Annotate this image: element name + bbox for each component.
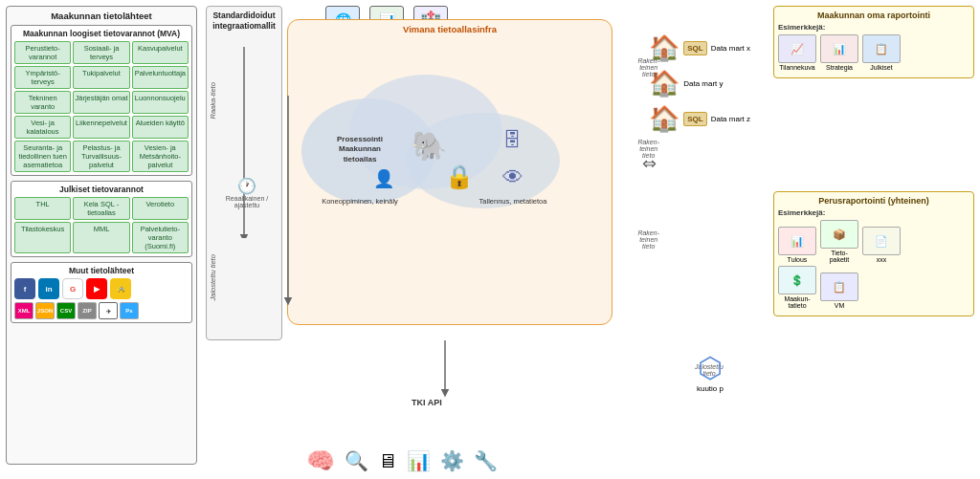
ml-label: Koneoppiminen, keinäly <box>307 197 412 206</box>
tietopaketit-icon: 📦 <box>820 220 858 249</box>
house-z-icon: 🏠 <box>649 104 679 134</box>
julkiset-cell-1: THL <box>14 197 71 220</box>
rakenteinen-tieto-1: Raken-teinentieto <box>637 57 659 77</box>
tki-arrow <box>435 340 455 398</box>
mva-grid: Perus­tieto­varannot Sosiaali- ja tervey… <box>14 41 189 172</box>
data-mart-z: 🏠 SQL Data mart z <box>649 104 750 134</box>
data-mart-y: 🏠 Data mart y <box>649 69 750 98</box>
mva-box: Maakunnan loogiset tietovarannot (MVA) P… <box>11 25 192 176</box>
tietopaketit-item: 📦 Tieto-paketit <box>820 220 858 263</box>
svg-text:👤: 👤 <box>373 168 395 189</box>
data-mart-y-label: Data mart y <box>683 79 723 88</box>
processing-label: ProsessointiMaakunnantietoallas <box>317 135 403 164</box>
strategia-icon: 📊 <box>820 34 858 63</box>
tools-icon: 🔧 <box>474 449 498 472</box>
left-arrows <box>282 96 294 306</box>
kuutio-box: ⬡ kuutio p <box>697 351 724 393</box>
main-container: Maakunnan tietolähteet Maakunnan loogise… <box>0 0 980 479</box>
vimana-title: Vimana tietoallasinfra <box>292 24 608 34</box>
mva-cell-3: Kasvu­palvelut <box>132 41 189 64</box>
mva-title: Maakunnan loogiset tietovarannot (MVA) <box>14 29 189 38</box>
muut-box: Muut tietolähteet f in G ▶ 🚕 XML JSON CS… <box>11 262 192 323</box>
julkiset-icon: 📋 <box>862 34 901 63</box>
tietopaketit-label: Tieto-paketit <box>830 250 850 263</box>
rakenteinen-tieto-2: Raken-teinentieto <box>637 139 659 159</box>
rp-bottom-icons-row2: 💲 Maakun-tatieto 📋 VM <box>778 266 969 309</box>
standards-arrows <box>234 47 254 238</box>
xxx-icon: 📄 <box>862 227 901 255</box>
mva-cell-1: Perus­tieto­varannot <box>14 41 71 64</box>
strategia-item: 📊 Strategia <box>820 34 858 71</box>
julkiset-cell-6: Palvelu­tieto­varanto (Suomi.fi) <box>132 222 189 253</box>
right-panel-bottom: Perusraportointi (yhteinen) Esimerkkejä:… <box>773 191 974 316</box>
mva-cell-7: Tekninen varanto <box>14 91 71 114</box>
tilannekuva-label: Tilannekuva <box>779 64 815 71</box>
muut-title: Muut tietolähteet <box>14 266 189 275</box>
mva-cell-12: Alueiden käyttö <box>132 116 189 139</box>
julkiset-box: Julkiset tietovarannot THL Kela SQL - ti… <box>11 181 192 257</box>
julkiset-grid: THL Kela SQL - tietoallas Verotieto Tila… <box>14 197 189 253</box>
mva-cell-5: Tuki­palvelut <box>73 66 129 89</box>
cube-icon: ⬡ <box>698 351 723 384</box>
mva-cell-9: Luonnon­suojelu <box>132 91 189 114</box>
rakenteinen-tieto-3: Raken-teinentieto <box>637 229 659 250</box>
mva-cell-6: Palvelun­tuottaja <box>132 66 189 89</box>
facebook-icon: f <box>14 278 35 299</box>
rp-bottom-subtitle: Esimerkkejä: <box>778 208 969 217</box>
strategia-label: Strategia <box>826 64 853 71</box>
head-icon: 🧠 <box>306 447 335 474</box>
realtime-label: Reaali­kainen /ajastettu <box>209 195 285 208</box>
left-panel: Maakunnan tietolähteet Maakunnan loogise… <box>6 6 197 465</box>
clock-icon: 🕐 <box>209 177 285 195</box>
tulous-item: 📊 Tulous <box>778 227 816 263</box>
social-row: f in G ▶ 🚕 <box>14 278 189 299</box>
svg-text:🐘: 🐘 <box>412 129 448 163</box>
standards-title: Standardi­doidut integraatio­mallit <box>209 11 279 32</box>
standards-box: Standardi­doidut integraatio­mallit <box>206 6 282 340</box>
right-panel-top: Maakunnan oma raportointi Esimerkkejä: 📈… <box>773 6 974 78</box>
julkiset-cell-4: Tilasto­keskus <box>14 222 71 253</box>
json-icon: JSON <box>35 302 55 319</box>
realtime-section: 🕐 Reaali­kainen /ajastettu <box>209 177 285 208</box>
mva-cell-10: Vesi- ja kalatalous <box>14 116 71 139</box>
data-mart-x: 🏠 SQL Data mart x <box>649 33 750 63</box>
tki-api-label: TKI API <box>412 398 442 407</box>
analytics-icon: 📊 <box>407 449 431 472</box>
mva-cell-14: Pelastus- ja Turvallisuus­palvelut <box>73 141 129 172</box>
jalostettu-tieto-label: Jalostettu tieto <box>209 254 217 300</box>
mva-cell-13: Seuranta- ja tiedollinen tuen asema­tiet… <box>14 141 71 172</box>
google-icon: G <box>62 278 83 299</box>
rp-bottom-icons-row1: 📊 Tulous 📦 Tieto-paketit 📄 xxx <box>778 220 969 263</box>
ps-icon: Ps <box>120 302 139 319</box>
tulous-icon: 📊 <box>778 227 816 255</box>
xxx-item: 📄 xxx <box>862 227 901 263</box>
linkedin-icon: in <box>38 278 59 299</box>
gear-icon: ⚙️ <box>440 449 464 472</box>
julkiset-cell-5: MML <box>73 222 129 253</box>
youtube-icon: ▶ <box>86 278 107 299</box>
tilannekuva-item: 📈 Tilannekuva <box>778 34 816 71</box>
server-icon: 🖥 <box>378 450 397 472</box>
magnify-icon: 🔍 <box>345 449 368 472</box>
maakuntatieto-item: 💲 Maakun-tatieto <box>778 266 816 309</box>
svg-text:🔒: 🔒 <box>445 163 474 190</box>
julkiset-item: 📋 Julkiset <box>862 34 901 71</box>
tulous-label: Tulous <box>788 256 808 263</box>
vm-label: VM <box>835 302 845 309</box>
maakuntatieto-label: Maakun-tatieto <box>784 295 810 309</box>
svg-text:👁: 👁 <box>502 165 523 189</box>
xml-icon: XML <box>14 302 33 319</box>
taxi-icon: 🚕 <box>110 278 131 299</box>
svg-text:🗄: 🗄 <box>502 129 522 150</box>
rp-top-title: Maakunnan oma raportointi <box>778 11 969 20</box>
mva-cell-11: Liiken­ne­pelvelut <box>73 116 129 139</box>
sql-x-badge: SQL <box>683 41 706 55</box>
mva-cell-8: Järjestäjän omat <box>73 91 129 114</box>
data-mart-x-label: Data mart x <box>711 44 750 53</box>
drone-icon: ✈ <box>99 302 118 319</box>
julkiset-cell-3: Verotieto <box>132 197 189 220</box>
file-icons-row: XML JSON CSV ZIP ✈ Ps <box>14 302 189 319</box>
mva-cell-2: Sosiaali- ja terveys <box>73 41 129 64</box>
data-marts-section: 🏠 SQL Data mart x 🏠 Data mart y 🏠 SQL Da… <box>649 33 750 140</box>
julkiset-title: Julkiset tietovarannot <box>14 185 189 194</box>
